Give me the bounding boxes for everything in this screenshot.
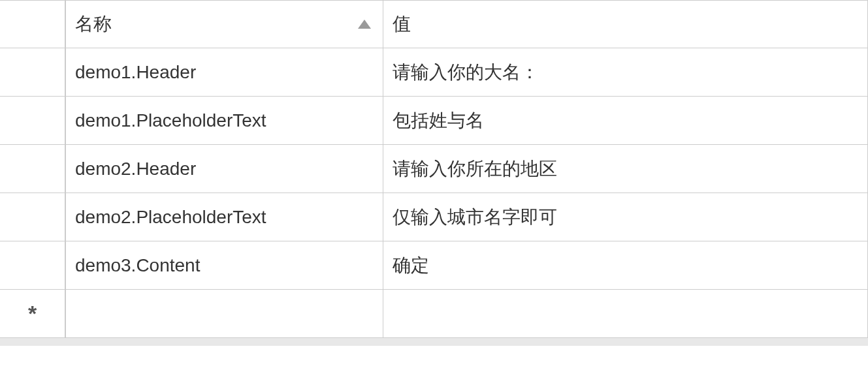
row-gutter[interactable] <box>0 241 65 290</box>
name-cell[interactable]: demo1.Header <box>65 48 383 97</box>
name-text: demo2.PlaceholderText <box>75 207 266 228</box>
gutter-corner <box>0 0 65 48</box>
row-gutter[interactable] <box>0 48 65 97</box>
value-cell[interactable]: 包括姓与名 <box>383 97 868 145</box>
name-text: demo3.Content <box>75 255 200 276</box>
value-cell[interactable]: 请输入你的大名： <box>383 48 868 97</box>
new-name-cell[interactable] <box>65 290 383 338</box>
new-value-cell[interactable] <box>383 290 868 338</box>
column-header-name-label: 名称 <box>75 12 112 37</box>
resource-grid: 名称 值 demo1.Header 请输入你的大名： demo1.Placeho… <box>0 0 868 346</box>
column-header-name[interactable]: 名称 <box>65 0 383 48</box>
value-text: 仅输入城市名字即可 <box>393 205 557 230</box>
name-text: demo1.Header <box>75 62 196 83</box>
value-text: 包括姓与名 <box>393 108 484 133</box>
sort-ascending-icon <box>358 20 371 29</box>
row-gutter[interactable] <box>0 193 65 241</box>
name-cell[interactable]: demo3.Content <box>65 241 383 290</box>
value-cell[interactable]: 请输入你所在的地区 <box>383 145 868 193</box>
name-cell[interactable]: demo1.PlaceholderText <box>65 97 383 145</box>
new-row-gutter[interactable]: * <box>0 290 65 338</box>
name-cell[interactable]: demo2.PlaceholderText <box>65 193 383 241</box>
name-text: demo2.Header <box>75 159 196 179</box>
bottom-strip <box>0 338 868 346</box>
value-cell[interactable]: 仅输入城市名字即可 <box>383 193 868 241</box>
value-text: 请输入你所在的地区 <box>393 157 557 181</box>
asterisk-icon: * <box>28 301 37 326</box>
value-text: 请输入你的大名： <box>393 60 539 85</box>
column-header-value-label: 值 <box>393 12 411 37</box>
name-text: demo1.PlaceholderText <box>75 110 266 131</box>
row-gutter[interactable] <box>0 97 65 145</box>
name-cell[interactable]: demo2.Header <box>65 145 383 193</box>
column-header-value[interactable]: 值 <box>383 0 868 48</box>
row-gutter[interactable] <box>0 145 65 193</box>
value-cell[interactable]: 确定 <box>383 241 868 290</box>
value-text: 确定 <box>393 253 429 278</box>
